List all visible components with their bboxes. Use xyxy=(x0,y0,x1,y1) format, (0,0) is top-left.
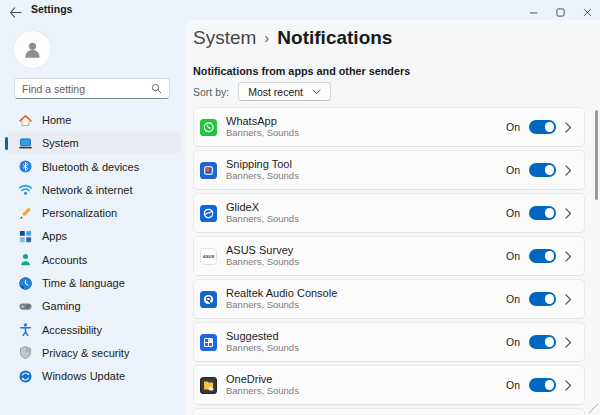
app-name: Realtek Audio Console xyxy=(226,287,337,300)
apps-grid-icon xyxy=(18,229,33,244)
chevron-right-icon xyxy=(565,251,572,262)
breadcrumb-separator: › xyxy=(264,29,269,46)
chevron-right-icon xyxy=(565,337,572,348)
realtek-audio-icon xyxy=(200,291,217,308)
chevron-down-icon xyxy=(312,89,321,95)
app-row-suggested[interactable]: Suggested Banners, Sounds On xyxy=(193,322,585,362)
sidebar-item-time-language[interactable]: Time & language xyxy=(5,272,181,294)
search-box xyxy=(14,78,170,99)
update-arrows-icon xyxy=(18,369,33,384)
maximize-icon[interactable] xyxy=(556,3,565,12)
sidebar-item-privacy-security[interactable]: Privacy & security xyxy=(5,342,181,364)
glidex-icon xyxy=(200,205,217,222)
vertical-scrollbar[interactable] xyxy=(595,110,598,200)
snipping-tool-icon xyxy=(200,162,217,179)
app-row-onedrive[interactable]: OneDrive Banners, Sounds On xyxy=(193,365,585,405)
app-row-snipping-tool[interactable]: Snipping Tool Banners, Sounds On xyxy=(193,150,585,190)
sidebar-item-bluetooth-devices[interactable]: Bluetooth & devices xyxy=(5,156,181,178)
chevron-right-icon xyxy=(565,380,572,391)
home-icon xyxy=(18,113,33,128)
notification-toggle[interactable] xyxy=(529,378,556,392)
notification-toggle[interactable] xyxy=(529,206,556,220)
toggle-knob xyxy=(545,294,555,304)
chevron-right-icon xyxy=(565,165,572,176)
toggle-state-label: On xyxy=(506,164,520,176)
toggle-knob xyxy=(545,251,555,261)
toggle-state-label: On xyxy=(506,379,520,391)
toggle-state-label: On xyxy=(506,207,520,219)
back-arrow-icon[interactable] xyxy=(9,4,22,15)
onedrive-icon xyxy=(200,377,217,394)
notification-app-list: WhatsApp Banners, Sounds On Snipping Too… xyxy=(193,107,585,415)
app-subtitle: Banners, Sounds xyxy=(226,128,299,139)
sidebar-item-windows-update[interactable]: Windows Update xyxy=(5,365,181,387)
sidebar-item-gaming[interactable]: Gaming xyxy=(5,295,181,317)
breadcrumb: System › Notifications xyxy=(193,27,392,49)
system-icon xyxy=(18,136,33,151)
gamepad-icon xyxy=(18,299,33,314)
wifi-icon xyxy=(18,182,33,197)
sidebar-item-home[interactable]: Home xyxy=(5,109,181,131)
notification-toggle[interactable] xyxy=(529,249,556,263)
titlebar: Settings xyxy=(0,0,600,20)
chevron-right-icon xyxy=(565,208,572,219)
toggle-knob xyxy=(545,122,555,132)
clock-icon xyxy=(18,276,33,291)
app-name: Suggested xyxy=(226,330,299,343)
app-row-realtek-audio-console[interactable]: Realtek Audio Console Banners, Sounds On xyxy=(193,279,585,319)
chevron-right-icon xyxy=(565,294,572,305)
toggle-state-label: On xyxy=(506,121,520,133)
minimize-icon[interactable] xyxy=(529,3,538,12)
sidebar-item-accessibility[interactable]: Accessibility xyxy=(5,319,181,341)
sidebar-item-personalization[interactable]: Personalization xyxy=(5,202,181,224)
sort-dropdown-value: Most recent xyxy=(248,86,303,98)
app-name: WhatsApp xyxy=(226,115,299,128)
toggle-knob xyxy=(545,337,555,347)
page-title: Notifications xyxy=(277,27,392,49)
sidebar-item-network-internet[interactable]: Network & internet xyxy=(5,179,181,201)
sidebar-item-accounts[interactable]: Accounts xyxy=(5,249,181,271)
app-subtitle: Banners, Sounds xyxy=(226,343,299,354)
app-subtitle: Banners, Sounds xyxy=(226,171,299,182)
sidebar-item-system[interactable]: System xyxy=(5,132,181,154)
asus-logo-icon: ASUS xyxy=(200,248,217,265)
chevron-right-icon xyxy=(565,122,572,133)
toggle-state-label: On xyxy=(506,250,520,262)
app-row-partial[interactable] xyxy=(193,408,585,415)
toggle-knob xyxy=(545,380,555,390)
sort-dropdown[interactable]: Most recent xyxy=(238,82,331,101)
notification-toggle[interactable] xyxy=(529,163,556,177)
bluetooth-icon xyxy=(18,159,33,174)
breadcrumb-parent[interactable]: System xyxy=(193,27,256,49)
app-row-whatsapp[interactable]: WhatsApp Banners, Sounds On xyxy=(193,107,585,147)
notification-toggle[interactable] xyxy=(529,120,556,134)
suggested-icon xyxy=(200,334,217,351)
toggle-state-label: On xyxy=(506,336,520,348)
app-subtitle: Banners, Sounds xyxy=(226,214,299,225)
toggle-knob xyxy=(545,208,555,218)
toggle-knob xyxy=(545,165,555,175)
user-silhouette-icon xyxy=(22,39,43,60)
sort-row: Sort by: Most recent xyxy=(193,82,331,101)
app-name: Snipping Tool xyxy=(226,158,299,171)
app-subtitle: Banners, Sounds xyxy=(226,257,299,268)
search-input[interactable] xyxy=(22,83,146,95)
app-row-glidex[interactable]: GlideX Banners, Sounds On xyxy=(193,193,585,233)
main-content: System › Notifications Notifications fro… xyxy=(186,20,600,415)
notification-toggle[interactable] xyxy=(529,335,556,349)
app-title: Settings xyxy=(31,3,72,15)
app-name: GlideX xyxy=(226,201,299,214)
app-subtitle: Banners, Sounds xyxy=(226,300,337,311)
avatar[interactable] xyxy=(13,30,52,69)
pen-icon xyxy=(18,206,33,221)
accessibility-person-icon xyxy=(18,322,33,337)
sidebar: Home System Bluetooth & devices Network … xyxy=(0,20,186,415)
person-icon xyxy=(18,252,33,267)
sidebar-item-apps[interactable]: Apps xyxy=(5,225,181,247)
resize-grip[interactable] xyxy=(589,404,598,413)
app-row-asus-survey[interactable]: ASUS ASUS Survey Banners, Sounds On xyxy=(193,236,585,276)
notification-toggle[interactable] xyxy=(529,292,556,306)
shield-icon xyxy=(18,345,33,360)
close-icon[interactable] xyxy=(583,3,592,12)
section-title: Notifications from apps and other sender… xyxy=(193,65,410,77)
